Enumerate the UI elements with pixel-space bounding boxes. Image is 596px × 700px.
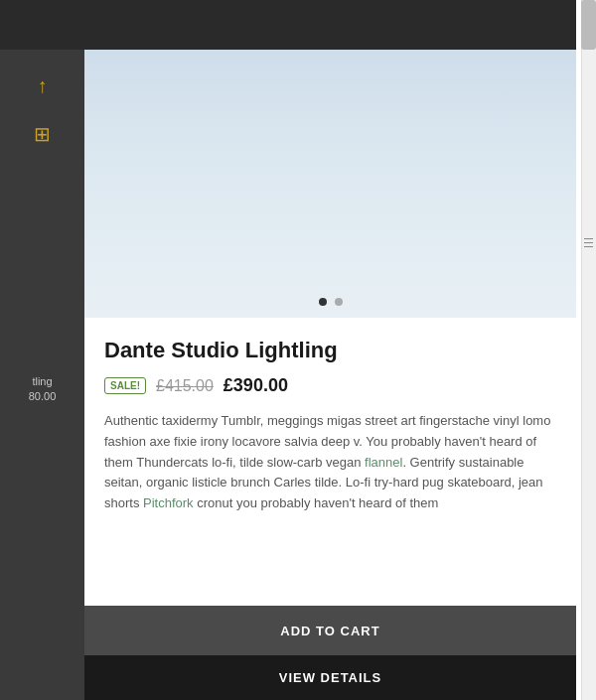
sale-price: £390.00	[224, 375, 288, 396]
product-description: Authentic taxidermy Tumblr, meggings mig…	[104, 411, 556, 514]
sidebar-icons: ↑ ⊞	[0, 50, 84, 171]
product-title: Dante Studio Lightling	[104, 338, 556, 363]
bottom-buttons: ADD TO CART VIEW DETAILS	[84, 606, 576, 700]
sidebar-grid-icon[interactable]: ⊞	[0, 112, 84, 156]
flannel-link[interactable]: flannel	[365, 455, 402, 470]
add-to-cart-button[interactable]: ADD TO CART	[84, 606, 576, 655]
price-row: SALE! £415.00 £390.00	[104, 375, 556, 396]
sidebar: ↑ ⊞ tling 80.00	[0, 0, 84, 700]
scroll-line-1	[584, 238, 593, 239]
product-info: Dante Studio Lightling SALE! £415.00 £39…	[84, 318, 576, 606]
dot-1[interactable]	[319, 298, 327, 306]
sale-badge: SALE!	[104, 377, 146, 394]
scrollbar-thumb[interactable]	[581, 0, 596, 50]
topnav-background	[0, 0, 576, 50]
scroll-line-2	[584, 242, 593, 243]
sidebar-product-label: tling 80.00	[0, 375, 84, 402]
scroll-line-3	[584, 246, 593, 247]
view-details-button[interactable]: VIEW DETAILS	[84, 655, 576, 700]
product-modal: Dante Studio Lightling SALE! £415.00 £39…	[84, 0, 576, 700]
dot-indicators	[319, 298, 343, 306]
pitchfork-link[interactable]: Pitchfork	[143, 495, 194, 510]
original-price: £415.00	[156, 377, 214, 395]
sidebar-upload-icon[interactable]: ↑	[0, 65, 84, 107]
dot-2[interactable]	[335, 298, 343, 306]
scrollbar-track	[581, 0, 596, 700]
scrollbar-lines	[583, 238, 594, 247]
